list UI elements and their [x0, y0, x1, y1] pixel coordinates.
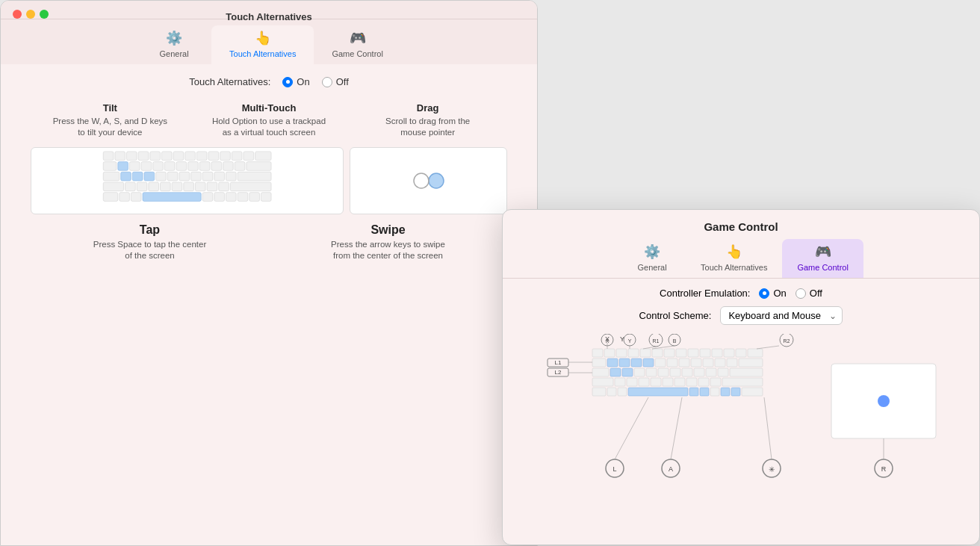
touch-content: Touch Alternatives: On Off Tilt Press th… [1, 64, 537, 273]
drag-desc: Scroll to drag from themouse pointer [348, 116, 507, 138]
close-button[interactable] [13, 10, 22, 19]
svg-rect-103 [627, 378, 637, 386]
scheme-label: Control Scheme: [639, 310, 712, 321]
window-container: Touch Alternatives ⚙️ General 👆 Touch Al… [0, 0, 980, 546]
svg-rect-43 [160, 182, 170, 191]
game-tab-touch-label: Touch Alternatives [701, 263, 767, 272]
svg-rect-99 [718, 368, 728, 376]
svg-rect-26 [246, 161, 271, 170]
svg-rect-75 [748, 349, 763, 357]
svg-rect-96 [682, 368, 692, 376]
controller-svg: L1 L2 X X Y Y [525, 334, 958, 491]
svg-rect-9 [208, 152, 219, 161]
gear-icon: ⚙️ [166, 30, 182, 46]
game-tab-general[interactable]: ⚙️ General [618, 239, 686, 278]
tab-general-label: General [160, 49, 189, 58]
svg-rect-117 [700, 388, 709, 396]
svg-text:A: A [669, 465, 673, 473]
off-radio[interactable]: Off [322, 76, 349, 87]
svg-text:L: L [612, 465, 616, 473]
tap-desc: Press Space to tap the centerof the scre… [31, 239, 269, 261]
svg-text:Y: Y [628, 338, 632, 344]
svg-rect-15 [118, 161, 128, 170]
svg-rect-113 [607, 388, 616, 396]
game-content: Controller Emulation: On Off Control Sch… [503, 279, 979, 507]
svg-rect-85 [703, 359, 713, 367]
controller-on-radio-button[interactable] [759, 288, 769, 299]
l2-label: L2 [555, 369, 562, 376]
game-tab-gamecontrol[interactable]: 🎮 Game Control [782, 239, 863, 278]
svg-rect-0 [103, 152, 114, 161]
svg-rect-57 [238, 193, 248, 202]
scheme-select-wrapper: Keyboard and Mouse [720, 306, 843, 325]
swipe-desc: Press the arrow keys to swipefrom the ce… [269, 239, 507, 261]
toggle-label: Touch Alternatives: [189, 76, 270, 87]
svg-rect-79 [631, 359, 642, 367]
feature-swipe: Swipe Press the arrow keys to swipefrom … [269, 223, 507, 261]
keyboard-illustration [31, 147, 344, 214]
keyboard-area [31, 147, 507, 214]
svg-rect-106 [663, 378, 673, 386]
off-radio-button[interactable] [322, 77, 332, 87]
tab-game-label: Game Control [332, 49, 382, 58]
svg-rect-118 [710, 388, 719, 396]
feature-multitouch: Multi-Touch Hold Option to use a trackpa… [190, 102, 349, 138]
svg-rect-114 [618, 388, 627, 396]
svg-rect-3 [138, 152, 149, 161]
game-control-window: Game Control ⚙️ General 👆 Touch Alternat… [502, 209, 980, 545]
on-label: On [297, 76, 309, 87]
svg-rect-34 [191, 172, 202, 181]
game-tab-touch[interactable]: 👆 Touch Alternatives [686, 239, 782, 278]
svg-rect-90 [610, 368, 621, 376]
svg-rect-38 [238, 172, 271, 181]
svg-rect-101 [592, 378, 613, 386]
feature-tap: Tap Press Space to tap the centerof the … [31, 223, 269, 261]
minimize-button[interactable] [26, 10, 35, 19]
svg-rect-53 [143, 193, 201, 202]
svg-rect-49 [230, 182, 271, 191]
svg-rect-29 [132, 172, 143, 181]
svg-rect-32 [167, 172, 178, 181]
tab-touch-alternatives[interactable]: 👆 Touch Alternatives [211, 25, 314, 64]
feature-tilt: Tilt Press the W, A, S, and D keysto til… [31, 102, 190, 138]
top-features: Tilt Press the W, A, S, and D keysto til… [31, 102, 507, 138]
svg-rect-72 [712, 349, 722, 357]
svg-rect-64 [616, 349, 627, 357]
svg-rect-25 [235, 161, 245, 170]
svg-rect-105 [651, 378, 661, 386]
svg-rect-31 [156, 172, 167, 181]
svg-rect-67 [652, 349, 663, 357]
svg-rect-74 [736, 349, 746, 357]
svg-rect-73 [724, 349, 734, 357]
svg-rect-111 [722, 378, 763, 386]
svg-rect-10 [220, 152, 231, 161]
controller-on-radio[interactable]: On [759, 288, 786, 299]
svg-rect-22 [199, 161, 210, 170]
game-tab-general-label: General [638, 263, 667, 272]
on-radio-button[interactable] [282, 77, 293, 87]
svg-rect-91 [622, 368, 633, 376]
maximize-button[interactable] [40, 10, 49, 19]
svg-rect-12 [244, 152, 254, 161]
tab-touch-label: Touch Alternatives [229, 49, 296, 58]
tab-game-control[interactable]: 🎮 Game Control [314, 25, 400, 64]
svg-rect-88 [739, 359, 763, 367]
svg-rect-104 [639, 378, 649, 386]
toggle-row: Touch Alternatives: On Off [31, 76, 507, 87]
tab-bar: ⚙️ General 👆 Touch Alternatives 🎮 Game C… [1, 19, 537, 64]
svg-line-153 [764, 397, 772, 459]
game-tab-game-label: Game Control [797, 263, 848, 272]
svg-rect-92 [634, 368, 645, 376]
svg-rect-89 [592, 368, 609, 376]
svg-rect-50 [103, 193, 118, 202]
controller-off-radio-button[interactable] [796, 288, 806, 299]
svg-rect-16 [129, 161, 140, 170]
tab-general[interactable]: ⚙️ General [137, 25, 211, 64]
controller-off-radio[interactable]: Off [796, 288, 822, 299]
svg-rect-1 [115, 152, 125, 161]
scheme-select[interactable]: Keyboard and Mouse [720, 306, 843, 325]
gamepad-icon: 🎮 [350, 30, 366, 46]
controller-off-label: Off [810, 288, 822, 299]
svg-rect-40 [125, 182, 136, 191]
on-radio[interactable]: On [282, 76, 309, 87]
